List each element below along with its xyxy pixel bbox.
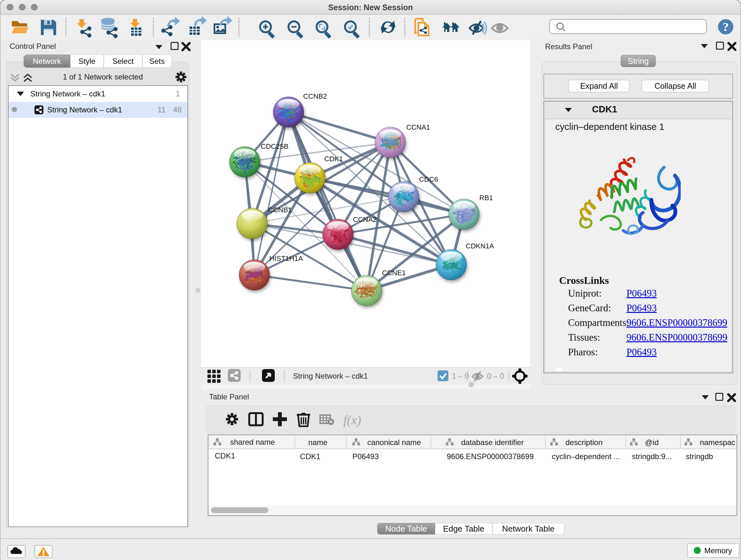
svg-text:database identifier: database identifier [461,438,524,447]
svg-text:CDC25B: CDC25B [261,142,288,150]
svg-text:1 – 0: 1 – 0 [452,372,469,380]
svg-text:CDK1: CDK1 [324,155,343,163]
svg-text:String Network – cdk1: String Network – cdk1 [47,105,122,114]
svg-text:shared name: shared name [230,438,275,446]
svg-text:f(x): f(x) [343,413,361,427]
svg-text:RB1: RB1 [479,194,493,202]
svg-text:CCNB2: CCNB2 [303,92,327,100]
svg-text:namespac: namespac [700,438,735,447]
svg-text:canonical name: canonical name [367,438,421,447]
svg-text:CDK1: CDK1 [300,452,320,461]
svg-text:CCNA1: CCNA1 [406,123,430,131]
svg-text:CDKN1A: CDKN1A [466,242,494,250]
svg-text:CCNE1: CCNE1 [382,269,406,277]
svg-text:0 – 0: 0 – 0 [487,372,504,380]
svg-text:String Network – cdk1: String Network – cdk1 [30,89,105,98]
svg-text:HIST1H1A: HIST1H1A [269,254,303,262]
svg-text:?: ? [723,20,729,34]
svg-text:stringdb: stringdb [686,452,713,461]
svg-text:@id: @id [645,438,659,447]
svg-text:P06493: P06493 [352,452,379,461]
svg-text:1 of 1 Network selected: 1 of 1 Network selected [63,72,143,81]
svg-text:description: description [565,438,603,447]
svg-text:name: name [308,438,327,447]
svg-text:9606.ENSP00000378699: 9606.ENSP00000378699 [447,452,534,461]
svg-text:stringdb:9...: stringdb:9... [632,452,672,461]
svg-text:CCNA2: CCNA2 [353,215,377,224]
svg-text:11: 11 [158,105,165,114]
svg-text:cyclin–dependent ...: cyclin–dependent ... [552,452,620,461]
svg-text:48: 48 [173,105,182,114]
svg-text:CDK1: CDK1 [215,451,235,460]
svg-text:CDC6: CDC6 [419,175,438,183]
svg-text:String Network – cdk1: String Network – cdk1 [293,372,368,380]
svg-text:CCNB1: CCNB1 [268,206,292,214]
svg-text:1: 1 [176,89,180,98]
